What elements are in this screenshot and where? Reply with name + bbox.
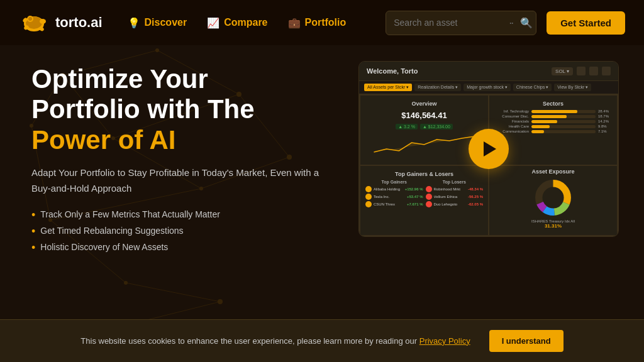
sector-bar-fill-1 [531,110,577,113]
bullet-list: Track Only a Few Metrics That Actually M… [31,207,333,256]
logo-area[interactable]: torto.ai [19,8,103,38]
discover-icon: 💡 [128,17,140,29]
dash-tab-2[interactable]: Realization Details ▾ [414,84,461,91]
gainer-row-2: Tesla Inc. +53.47 % [365,194,423,200]
portfolio-icon: 💼 [288,17,301,29]
sector-name-3: Financials [494,119,529,123]
gainer-avatar-1 [365,186,372,192]
bullet-item-1: Track Only a Few Metrics That Actually M… [31,207,333,224]
play-icon [484,141,496,156]
sector-name-1: Inf. Technology [494,109,529,113]
privacy-policy-link[interactable]: Privacy Policy [419,336,470,346]
gainer-row-1: Alibaba Holding +152.96 % [365,186,423,192]
gl-table: Top Gainers Alibaba Holding +152.96 % Te… [365,180,483,209]
get-started-button[interactable]: Get Started [547,11,625,35]
sectors-label: Sectors [494,101,612,107]
dash-icon-settings[interactable] [589,67,598,75]
nav-compare[interactable]: 📈 Compare [207,17,267,29]
dash-tab-3[interactable]: Major growth stock ▾ [464,84,511,91]
dash-header: Welcome, Torto SOL ▾ [359,62,618,81]
sector-row-5: Communication 7.1% [494,129,612,133]
search-area: ·· 🔍 [386,11,536,35]
cookie-text: This website uses cookies to enhance the… [80,335,470,348]
dash-pill-sol: SOL ▾ [552,67,573,75]
svg-point-37 [543,187,564,208]
sector-bar-fill-3 [531,120,557,123]
gainer-avatar-3 [365,201,372,207]
loser-name-1: Robinhood Mrkt [434,187,466,191]
loser-name-2: Vellium Ethica [434,195,466,199]
search-dots: ·· [509,16,513,30]
navbar: torto.ai 💡 Discover 📈 Compare 💼 Portfoli… [0,0,644,45]
gainer-pct-3: +7.671 % [407,202,423,206]
dash-tab-5[interactable]: View By Stckr ▾ [554,84,591,91]
loser-avatar-1 [426,186,432,192]
gainers-col: Top Gainers Alibaba Holding +152.96 % Te… [365,180,423,209]
search-button[interactable]: 🔍 [518,17,535,29]
cookie-accept-button[interactable]: I understand [489,330,564,352]
dash-title: Welcome, Torto [367,67,418,75]
sector-bar-bg-2 [531,115,596,118]
svg-point-7 [124,281,128,285]
overview-value: $146,564.41 [365,111,483,120]
donut-legend: ISHARES Treasury Idx All 31.31% [531,219,575,229]
bullet-item-3: Holistic Discovery of New Assets [31,240,333,256]
hero-text: Optimize Your Portfolio with The Power o… [31,64,333,256]
main-content: Optimize Your Portfolio with The Power o… [0,45,644,269]
loser-pct-3: -62.05 % [468,202,483,206]
dash-tabs: All Assets per Stckr ▾ Realization Detai… [359,81,618,94]
overview-badge1: ▲ 3.2 % [396,124,418,129]
sector-pct-3: 14.2% [598,119,612,123]
dash-tab-4[interactable]: Chinese Chips ▾ [513,84,552,91]
gl-label: Top Gainers & Losers [365,171,483,177]
overview-label: Overview [365,101,483,107]
loser-row-3: Duo Lehegoto -62.05 % [426,201,484,207]
dashboard-preview: Welcome, Torto SOL ▾ All Assets per Stck… [358,61,619,237]
gainer-pct-2: +53.47 % [407,195,423,199]
bullet-item-2: Get Timed Rebalancing Suggestions [31,224,333,240]
sector-pct-4: 9.8% [598,124,612,128]
dash-icon-more[interactable] [602,67,611,75]
overview-badges: ▲ 3.2 % ▲ $12,334.00 [365,124,483,129]
svg-point-8 [218,299,223,304]
compare-icon: 📈 [207,17,219,29]
asset-exposure-panel: Asset Exposure ISHARES Treasury Idx All [489,166,617,235]
nav-links: 💡 Discover 📈 Compare 💼 Portfolio [128,17,386,29]
sector-row-4: Health Care 9.8% [494,124,612,128]
nav-discover[interactable]: 💡 Discover [128,17,187,29]
gainers-losers-panel: Top Gainers & Losers Top Gainers Alibaba… [360,166,488,235]
sector-bar-fill-4 [531,125,550,128]
dash-tab-1[interactable]: All Assets per Stckr ▾ [364,84,412,91]
hero-highlight: Power of AI [31,125,175,155]
nav-portfolio[interactable]: 💼 Portfolio [288,17,347,29]
sector-bar-fill-5 [531,130,544,133]
gainer-row-3: CSUN Threx +7.671 % [365,201,423,207]
svg-point-27 [28,17,32,21]
losers-title: Top Losers [426,180,484,184]
sector-bar-bg-1 [531,110,596,113]
gainer-name-2: Tesla Inc. [374,195,405,199]
gainers-title: Top Gainers [365,180,423,184]
dash-icon-edit[interactable] [577,67,586,75]
sector-pct-1: 28.4% [598,109,612,113]
logo-icon [19,8,49,38]
hero-title: Optimize Your Portfolio with The Power o… [31,64,333,155]
cookie-banner: This website uses cookies to enhance the… [0,319,644,362]
dash-controls: SOL ▾ [552,67,611,75]
svg-point-28 [40,19,46,24]
hero-subtitle: Adapt Your Portfolio to Stay Profitable … [31,165,333,197]
search-input[interactable] [394,18,504,28]
sector-bar-bg-5 [531,130,596,133]
gainer-name-3: CSUN Threx [374,202,405,206]
sector-name-2: Consumer Disc. [494,114,529,118]
sector-bar-bg-3 [531,120,596,123]
gainer-name-1: Alibaba Holding [374,187,403,191]
loser-row-2: Vellium Ethica -56.25 % [426,194,484,200]
sector-bar-bg-4 [531,125,596,128]
sector-row-1: Inf. Technology 28.4% [494,109,612,113]
play-button[interactable] [469,129,509,169]
gainer-avatar-2 [365,194,372,200]
sector-row-2: Consumer Disc. 18.7% [494,114,612,118]
sectors-panel: Sectors Inf. Technology 28.4% Consumer D… [489,96,617,165]
loser-pct-1: -48.34 % [468,187,483,191]
